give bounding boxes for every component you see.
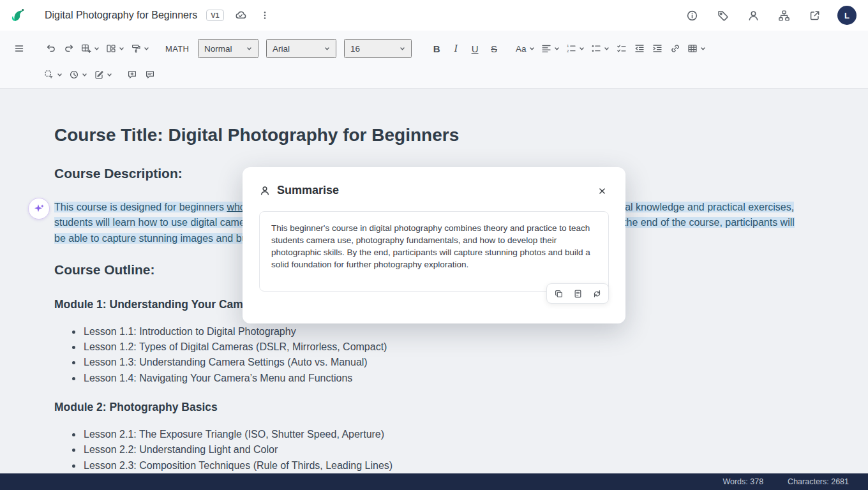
module-1-lesson-list: Lesson 1.1: Introduction to Digital Phot… bbox=[54, 324, 807, 386]
summary-text-box: This beginner's course in digital photog… bbox=[259, 211, 609, 292]
chevron-down-icon bbox=[400, 46, 405, 52]
editor-toolbar: MATH Normal Arial 16 B I U S Aa bbox=[0, 31, 868, 89]
outdent-button[interactable] bbox=[631, 39, 648, 58]
chevron-down-icon bbox=[579, 46, 585, 52]
selection-tool-dropdown[interactable] bbox=[41, 65, 66, 84]
italic-button[interactable]: I bbox=[446, 39, 465, 58]
chevron-down-icon bbox=[57, 72, 63, 78]
top-bar: Digital Photography for Beginners V1 bbox=[0, 0, 868, 31]
chevron-down-icon bbox=[700, 46, 706, 52]
word-count: Words: 378 bbox=[722, 477, 763, 486]
regenerate-summary-button[interactable] bbox=[589, 286, 604, 301]
font-size-dropdown[interactable]: 16 bbox=[344, 39, 412, 58]
regenerate-icon bbox=[592, 289, 602, 299]
align-dropdown[interactable] bbox=[538, 39, 563, 58]
account-icon[interactable] bbox=[745, 8, 761, 23]
compose-dropdown[interactable] bbox=[91, 65, 116, 84]
undo-icon bbox=[46, 43, 56, 54]
strikethrough-button[interactable]: S bbox=[484, 39, 504, 58]
font-family-value: Arial bbox=[273, 44, 290, 54]
compose-icon bbox=[94, 70, 104, 80]
redo-button[interactable] bbox=[60, 39, 78, 58]
table-dropdown[interactable] bbox=[684, 39, 709, 58]
comments-button[interactable] bbox=[141, 65, 159, 84]
hamburger-icon bbox=[14, 43, 24, 54]
chevron-down-icon bbox=[246, 46, 252, 52]
paragraph-style-dropdown[interactable]: Normal bbox=[198, 39, 258, 58]
redo-icon bbox=[64, 43, 74, 54]
module-2-lesson-list: Lesson 2.1: The Exposure Triangle (ISO, … bbox=[54, 427, 807, 473]
undo-button[interactable] bbox=[42, 39, 60, 58]
version-badge[interactable]: V1 bbox=[206, 10, 223, 21]
cloud-saved-icon bbox=[233, 8, 248, 23]
add-comment-button[interactable] bbox=[123, 65, 141, 84]
align-left-icon bbox=[541, 43, 551, 54]
kebab-menu-icon[interactable] bbox=[257, 8, 273, 23]
indent-button[interactable] bbox=[648, 39, 666, 58]
svg-text:2: 2 bbox=[567, 49, 569, 53]
numbered-list-dropdown[interactable]: 1 2 bbox=[563, 39, 588, 58]
bold-button[interactable]: B bbox=[427, 39, 446, 58]
tag-icon[interactable] bbox=[715, 8, 730, 23]
list-item: Lesson 1.2: Types of Digital Cameras (DS… bbox=[82, 339, 807, 355]
user-avatar[interactable]: L bbox=[837, 6, 857, 25]
comment-icon bbox=[145, 70, 155, 80]
history-dropdown[interactable] bbox=[66, 65, 91, 84]
add-comment-icon bbox=[127, 70, 137, 80]
top-bar-actions: L bbox=[684, 6, 857, 25]
outline-toggle-button[interactable] bbox=[10, 39, 28, 58]
checklist-button[interactable] bbox=[613, 39, 631, 58]
document-title: Digital Photography for Beginners bbox=[45, 10, 197, 21]
insert-table-icon bbox=[81, 43, 91, 54]
close-dialog-button[interactable] bbox=[594, 182, 610, 199]
chevron-down-icon bbox=[94, 46, 100, 52]
copy-summary-button[interactable] bbox=[551, 286, 566, 301]
bullet-list-dropdown[interactable] bbox=[588, 39, 613, 58]
status-bar: Words: 378 Characters: 2681 bbox=[0, 473, 868, 490]
math-button[interactable]: MATH bbox=[165, 44, 189, 54]
paragraph-style-value: Normal bbox=[204, 44, 232, 54]
link-icon bbox=[670, 43, 680, 54]
summarise-dialog-header: Summarise bbox=[243, 167, 625, 211]
share-icon[interactable] bbox=[807, 8, 822, 23]
summarise-dialog-title: Summarise bbox=[277, 184, 339, 197]
info-icon[interactable] bbox=[684, 8, 700, 23]
module-2-heading: Module 2: Photography Basics bbox=[54, 400, 807, 414]
format-paint-button[interactable] bbox=[128, 39, 153, 58]
list-item: Lesson 2.2: Understanding Light and Colo… bbox=[82, 442, 807, 457]
app-logo-icon[interactable] bbox=[10, 7, 27, 24]
layout-button[interactable] bbox=[103, 39, 128, 58]
ai-assist-button[interactable] bbox=[28, 198, 50, 219]
font-size-value: 16 bbox=[350, 44, 360, 54]
layout-icon bbox=[106, 43, 116, 54]
svg-text:1: 1 bbox=[567, 44, 569, 48]
chevron-down-icon bbox=[82, 72, 87, 78]
chevron-down-icon bbox=[107, 72, 112, 78]
character-count: Characters: 2681 bbox=[788, 477, 849, 486]
link-button[interactable] bbox=[666, 39, 684, 58]
toolbar-row-2 bbox=[10, 63, 858, 87]
chevron-down-icon bbox=[529, 46, 535, 52]
insert-summary-button[interactable] bbox=[570, 286, 585, 301]
list-item: Lesson 2.3: Composition Techniques (Rule… bbox=[82, 458, 807, 473]
bullet-list-icon bbox=[591, 43, 601, 54]
indent-icon bbox=[652, 43, 662, 54]
history-clock-icon bbox=[69, 70, 79, 80]
chevron-down-icon bbox=[604, 46, 610, 52]
insert-table-button[interactable] bbox=[78, 39, 103, 58]
course-title-heading: Course Title: Digital Photography for Be… bbox=[54, 124, 807, 146]
font-family-dropdown[interactable]: Arial bbox=[266, 39, 336, 58]
summarise-icon bbox=[259, 185, 271, 197]
underline-button[interactable]: U bbox=[465, 39, 484, 58]
summary-action-bar bbox=[546, 283, 609, 304]
text-options-dropdown[interactable]: Aa bbox=[513, 39, 538, 58]
sitemap-icon[interactable] bbox=[776, 8, 791, 23]
list-item: Lesson 1.4: Navigating Your Camera’s Men… bbox=[82, 371, 807, 386]
description-text: This course is designed for beginners bbox=[54, 202, 227, 212]
summarise-dialog: Summarise This beginner's course in digi… bbox=[243, 167, 625, 323]
selection-box-icon bbox=[44, 70, 54, 80]
table-icon bbox=[687, 43, 698, 54]
close-icon bbox=[597, 186, 607, 196]
app-window: Digital Photography for Beginners V1 bbox=[0, 0, 868, 490]
insert-icon bbox=[573, 289, 583, 299]
